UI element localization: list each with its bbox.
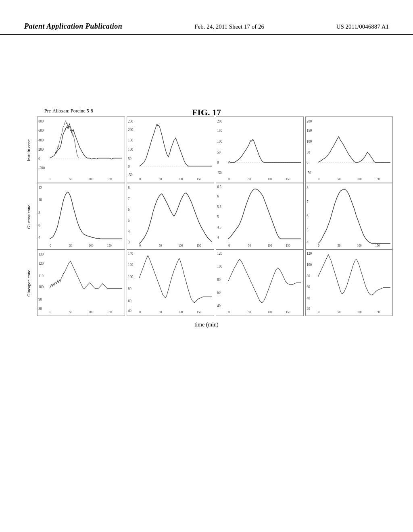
svg-text:50: 50	[159, 310, 162, 314]
svg-text:8: 8	[38, 210, 40, 214]
svg-text:5: 5	[307, 228, 309, 232]
header: Patent Application Publication Feb. 24, …	[0, 0, 413, 35]
svg-text:200: 200	[217, 119, 222, 123]
svg-text:250: 250	[128, 119, 133, 123]
glucose-row: Glucose conc. 12 10 8 6 4 0 50 100	[20, 183, 393, 249]
svg-text:100: 100	[178, 244, 183, 247]
svg-text:400: 400	[38, 138, 44, 142]
svg-text:40: 40	[307, 296, 310, 300]
svg-text:50: 50	[217, 150, 221, 154]
svg-text:0: 0	[228, 244, 230, 247]
svg-text:0: 0	[228, 177, 230, 181]
pre-alloxan-label: Pre-Alloxan: Porcine 5-8	[44, 108, 93, 114]
page: Patent Application Publication Feb. 24, …	[0, 0, 413, 532]
svg-text:600: 600	[38, 129, 44, 133]
svg-text:150: 150	[107, 244, 111, 247]
svg-text:50: 50	[248, 310, 251, 314]
insulin-chart-1: 800 600 400 200 0 -200 0 50 100 150	[37, 116, 125, 183]
svg-text:20: 20	[307, 307, 310, 311]
svg-text:4: 4	[128, 229, 130, 233]
svg-text:50: 50	[128, 157, 131, 161]
svg-text:-50: -50	[307, 171, 311, 175]
svg-text:-200: -200	[38, 166, 45, 170]
svg-text:8: 8	[307, 186, 309, 190]
svg-text:50: 50	[337, 177, 340, 181]
svg-text:0: 0	[318, 177, 319, 181]
svg-text:130: 130	[38, 252, 44, 256]
svg-text:100: 100	[89, 310, 93, 314]
glucagon-chart-3: 120 100 80 60 40 0 50 100 150	[216, 249, 304, 316]
svg-text:50: 50	[248, 177, 251, 181]
svg-text:100: 100	[89, 244, 93, 247]
svg-text:0: 0	[228, 310, 230, 314]
svg-text:3: 3	[128, 240, 130, 244]
insulin-row: Insulin conc. 800 600 400 200 0 -200 0	[20, 116, 393, 183]
svg-text:5.5: 5.5	[217, 204, 221, 208]
svg-text:100: 100	[357, 177, 361, 181]
svg-text:100: 100	[307, 139, 312, 143]
svg-text:7: 7	[128, 196, 130, 200]
time-axis-label: time (min)	[194, 322, 219, 328]
svg-text:100: 100	[217, 264, 222, 268]
glucagon-charts: 130 120 110 100 90 80 0 50 100 150	[37, 249, 393, 316]
svg-text:4: 4	[217, 235, 219, 239]
svg-text:100: 100	[267, 310, 272, 314]
svg-text:100: 100	[357, 310, 361, 314]
svg-text:0: 0	[50, 177, 51, 181]
svg-text:50: 50	[307, 150, 310, 154]
svg-text:200: 200	[38, 148, 44, 152]
svg-text:0: 0	[50, 244, 51, 247]
svg-text:150: 150	[375, 177, 380, 181]
svg-text:150: 150	[217, 129, 222, 133]
svg-text:6: 6	[128, 207, 130, 211]
svg-text:6.5: 6.5	[217, 185, 221, 189]
svg-text:800: 800	[38, 119, 44, 123]
svg-text:150: 150	[196, 177, 201, 181]
svg-text:50: 50	[159, 244, 162, 247]
svg-text:90: 90	[38, 297, 42, 301]
svg-text:150: 150	[286, 310, 290, 314]
glucagon-chart-4: 120 100 80 60 40 20 0 50 100 150	[305, 249, 393, 316]
svg-text:50: 50	[159, 177, 162, 181]
figure-title-row: Pre-Alloxan: Porcine 5-8 FIG. 17	[20, 107, 393, 114]
glucose-chart-2: 8 7 6 5 4 3 0 50 100 150	[127, 183, 215, 249]
insulin-chart-4: 200 150 100 50 0 -50 0 50 100 150	[305, 116, 393, 183]
svg-text:100: 100	[307, 262, 312, 266]
svg-text:40: 40	[128, 308, 131, 312]
svg-text:100: 100	[38, 285, 44, 289]
svg-text:60: 60	[307, 285, 310, 289]
svg-text:120: 120	[217, 251, 222, 255]
svg-text:4: 4	[38, 235, 40, 239]
svg-text:60: 60	[217, 291, 221, 295]
svg-text:-50: -50	[217, 171, 222, 175]
patent-number-label: US 2011/0046887 A1	[336, 23, 389, 30]
svg-text:80: 80	[307, 274, 310, 278]
svg-text:150: 150	[375, 244, 380, 247]
svg-text:6: 6	[38, 223, 40, 227]
svg-text:140: 140	[128, 251, 133, 255]
svg-text:5: 5	[128, 218, 130, 222]
svg-text:120: 120	[128, 262, 133, 266]
glucose-charts: 12 10 8 6 4 0 50 100 150	[37, 183, 393, 249]
svg-text:200: 200	[307, 119, 312, 123]
svg-text:0: 0	[217, 160, 219, 164]
insulin-label: Insulin conc.	[20, 116, 37, 183]
svg-text:0: 0	[139, 244, 141, 247]
svg-text:150: 150	[286, 177, 290, 181]
svg-text:6: 6	[217, 194, 219, 198]
svg-text:100: 100	[267, 177, 272, 181]
figure-area: Pre-Alloxan: Porcine 5-8 FIG. 17 Insulin…	[0, 107, 413, 332]
svg-text:100: 100	[217, 139, 222, 143]
svg-text:0: 0	[50, 310, 51, 314]
svg-text:10: 10	[38, 198, 42, 202]
svg-text:150: 150	[375, 310, 380, 314]
glucagon-chart-1: 130 120 110 100 90 80 0 50 100 150	[37, 249, 125, 316]
svg-text:0: 0	[307, 160, 309, 164]
insulin-chart-2: 250 200 150 100 50 0 -50 0 50 100 150	[127, 116, 215, 183]
svg-text:0: 0	[38, 157, 40, 161]
glucagon-row: Glucagon conc. 130 120 110 100 90 80 0 5…	[20, 249, 393, 316]
svg-text:50: 50	[337, 244, 340, 247]
svg-text:50: 50	[337, 310, 340, 314]
svg-text:50: 50	[248, 244, 251, 247]
svg-text:150: 150	[307, 129, 312, 133]
